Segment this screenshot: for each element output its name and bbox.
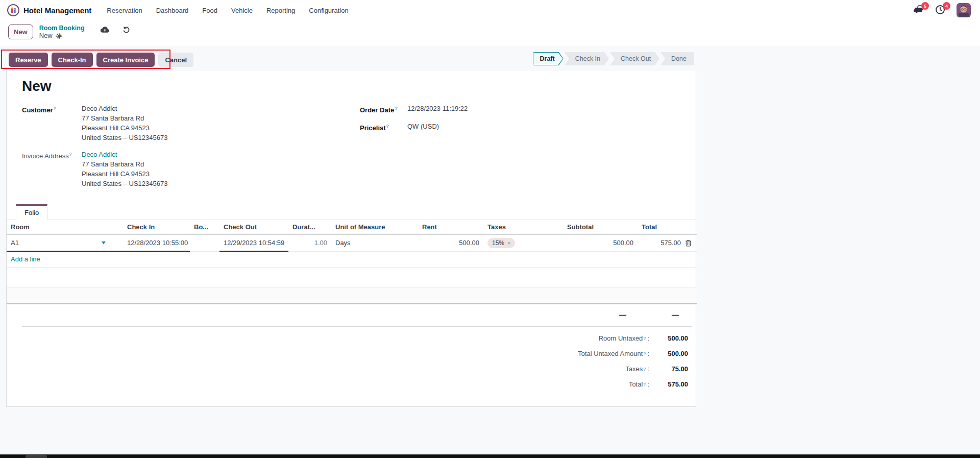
- menu-reservation[interactable]: Reservation: [107, 7, 142, 14]
- app-title: Hotel Management: [23, 6, 91, 15]
- menu-food[interactable]: Food: [202, 7, 217, 14]
- tax-tag: 15% ×: [487, 238, 515, 248]
- empty-row: [7, 267, 697, 287]
- check-out-cell[interactable]: 12/29/2023 10:54:59: [219, 234, 288, 251]
- tab-folio[interactable]: Folio: [16, 204, 47, 220]
- total-untaxed-value: 500.00: [652, 346, 688, 361]
- save-cloud-icon[interactable]: [100, 26, 109, 33]
- action-bar: Reserve Check-In Create Invoice Cancel D…: [0, 46, 980, 71]
- statusbar: Draft Check In Check Out Done: [533, 52, 694, 65]
- tax-tag-label: 15%: [492, 239, 504, 247]
- totals-divider: [22, 326, 692, 327]
- taxes-row: Taxes?: 75.00: [7, 361, 696, 377]
- delete-line-trash-icon[interactable]: [685, 239, 692, 247]
- help-icon: ?: [643, 346, 646, 361]
- breadcrumb-parent-link[interactable]: Room Booking: [39, 25, 85, 32]
- status-step-done[interactable]: Done: [660, 52, 694, 65]
- invoice-address-line: Pleasant Hill CA 94523: [82, 169, 167, 179]
- room-value: A1: [11, 239, 19, 247]
- navbar-right: 5 4: [914, 3, 974, 17]
- room-untaxed-value: 500.00: [652, 331, 688, 346]
- folio-header-row: Room Check In Bo... Check Out Durat... U…: [7, 220, 697, 234]
- taskbar-item-hint: [26, 455, 47, 458]
- breadcrumb: Room Booking New: [39, 25, 85, 40]
- taxes-cell[interactable]: 15% ×: [483, 234, 563, 251]
- check-in-button[interactable]: Check-In: [52, 53, 93, 67]
- col-rent[interactable]: Rent: [418, 220, 483, 234]
- create-invoice-button[interactable]: Create Invoice: [96, 53, 155, 67]
- booking-cell[interactable]: [190, 234, 219, 251]
- record-settings-gear-icon[interactable]: [56, 33, 62, 39]
- grand-total-row: Total?: 575.00: [7, 377, 696, 392]
- taskbar-edge: [0, 454, 980, 458]
- user-avatar[interactable]: [957, 3, 971, 17]
- help-icon: ?: [643, 361, 646, 377]
- col-uom[interactable]: Unit of Measure: [331, 220, 418, 234]
- messages-icon[interactable]: 5: [914, 5, 925, 16]
- col-check-out[interactable]: Check Out: [219, 220, 288, 234]
- folio-table: Room Check In Bo... Check Out Durat... U…: [7, 220, 697, 304]
- total-placeholder-dash: —: [626, 311, 679, 319]
- col-check-in[interactable]: Check In: [123, 220, 190, 234]
- control-panel: New Room Booking New: [0, 20, 980, 46]
- status-step-draft[interactable]: Draft: [533, 52, 564, 65]
- order-date-label: Order Date?: [360, 104, 407, 115]
- col-subtotal[interactable]: Subtotal: [563, 220, 638, 234]
- help-icon: ?: [69, 152, 72, 157]
- customer-label: Customer?: [7, 104, 82, 142]
- menu-dashboard[interactable]: Dashboard: [156, 7, 189, 14]
- col-booking[interactable]: Bo...: [190, 220, 219, 234]
- col-duration[interactable]: Durat...: [288, 220, 331, 234]
- taxes-value: 75.00: [652, 361, 688, 377]
- invoice-address-value: Deco Addict 77 Santa Barbara Rd Pleasant…: [82, 150, 167, 188]
- menu-vehicle[interactable]: Vehicle: [231, 7, 253, 14]
- col-total[interactable]: Total: [638, 220, 685, 234]
- customer-value[interactable]: Deco Addict 77 Santa Barbara Rd Pleasant…: [82, 104, 167, 142]
- col-taxes[interactable]: Taxes: [483, 220, 563, 234]
- help-icon: ?: [643, 377, 646, 392]
- reserve-button[interactable]: Reserve: [9, 53, 48, 67]
- add-a-line-link[interactable]: Add a line: [7, 251, 697, 267]
- pricelist-label: Pricelist?: [360, 122, 407, 133]
- activities-badge: 4: [943, 2, 950, 10]
- help-icon: ?: [643, 331, 646, 346]
- discard-undo-icon[interactable]: [122, 26, 130, 33]
- col-actions: [685, 220, 697, 234]
- totals-placeholder-row: — —: [7, 311, 696, 319]
- order-date-value[interactable]: 12/28/2023 11:19:22: [407, 104, 468, 115]
- status-step-check-in[interactable]: Check In: [565, 52, 609, 65]
- rent-cell[interactable]: 500.00: [418, 234, 483, 251]
- customer-address-line: United States – US12345673: [82, 133, 167, 142]
- breadcrumb-current: New: [39, 32, 53, 40]
- record-title: New: [22, 78, 696, 94]
- grand-total-label: Total: [629, 377, 643, 392]
- cancel-button[interactable]: Cancel: [158, 53, 193, 67]
- total-cell: 575.00: [638, 234, 685, 251]
- room-cell[interactable]: A1: [7, 234, 123, 251]
- order-date-field-row: Order Date? 12/28/2023 11:19:22: [360, 104, 468, 115]
- col-room[interactable]: Room: [7, 220, 123, 234]
- pricelist-value[interactable]: QW (USD): [407, 122, 439, 133]
- customer-name: Deco Addict: [82, 104, 167, 113]
- duration-cell[interactable]: 1.00: [288, 234, 331, 251]
- invoice-address-field-row: Invoice Address? Deco Addict 77 Santa Ba…: [7, 150, 360, 188]
- help-icon: ?: [54, 106, 57, 111]
- help-icon: ?: [395, 106, 398, 111]
- totals-section: — — Room Untaxed?: 500.00 Total Untaxed …: [7, 304, 696, 392]
- new-record-button[interactable]: New: [8, 25, 33, 39]
- top-navbar: Hotel Management Reservation Dashboard F…: [0, 0, 980, 20]
- menu-reporting[interactable]: Reporting: [266, 7, 295, 14]
- activities-clock-icon[interactable]: 4: [935, 5, 946, 16]
- chevron-down-icon[interactable]: [102, 242, 106, 244]
- menu-configuration[interactable]: Configuration: [309, 7, 348, 14]
- subtotal-cell: 500.00: [563, 234, 638, 251]
- uom-cell[interactable]: Days: [331, 234, 418, 251]
- notebook-tabs: Folio: [7, 204, 696, 220]
- invoice-address-partner-link[interactable]: Deco Addict: [82, 150, 167, 159]
- tax-remove-icon[interactable]: ×: [507, 239, 510, 247]
- folio-line-row: A1 12/28/2023 10:55:00 12/29/2023 10:54:…: [7, 234, 697, 251]
- status-step-check-out[interactable]: Check Out: [610, 52, 659, 65]
- app-logo-icon[interactable]: [7, 4, 19, 16]
- add-line-row: Add a line: [7, 251, 697, 267]
- check-in-cell[interactable]: 12/28/2023 10:55:00: [123, 234, 190, 251]
